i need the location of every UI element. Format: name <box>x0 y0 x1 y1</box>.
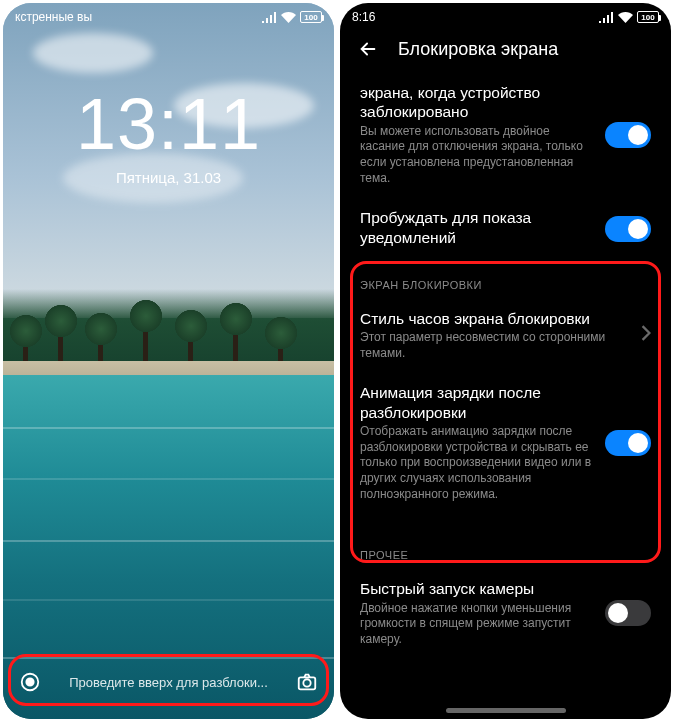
setting-quick-camera[interactable]: Быстрый запуск камеры Двойное нажатие кн… <box>340 569 671 659</box>
svg-point-1 <box>26 678 33 685</box>
section-lockscreen: ЭКРАН БЛОКИРОВКИ <box>340 261 671 299</box>
nav-pill[interactable] <box>446 708 566 713</box>
wifi-icon <box>281 12 296 23</box>
chevron-right-icon <box>641 325 651 345</box>
setting-desc: Этот параметр несовместим со сторонними … <box>360 330 629 361</box>
settings-list[interactable]: экрана, когда устройство заблокировано В… <box>340 73 671 701</box>
signal-icon <box>599 12 614 23</box>
clock-time: 13:11 <box>3 83 334 165</box>
setting-title: Стиль часов экрана блокировки <box>360 309 629 328</box>
setting-title: Быстрый запуск камеры <box>360 579 593 598</box>
phone-settings: 8:16 100 Блокировка экрана экрана, когда… <box>340 3 671 719</box>
setting-wake-for-notifications[interactable]: Пробуждать для показа уведомлений <box>340 198 671 261</box>
toggle-quick-camera[interactable] <box>605 600 651 626</box>
setting-title: Анимация зарядки после разблокировки <box>360 383 593 422</box>
carrier-text: кстренные вы <box>15 10 92 24</box>
svg-point-3 <box>303 679 310 686</box>
lockscreen-clock: 13:11 Пятница, 31.03 <box>3 83 334 186</box>
status-bar-left: кстренные вы 100 <box>3 3 334 31</box>
setting-clock-style[interactable]: Стиль часов экрана блокировки Этот парам… <box>340 299 671 374</box>
setting-title: экрана, когда устройство заблокировано <box>360 83 593 122</box>
swipe-hint: Проведите вверх для разблоки... <box>43 675 294 690</box>
setting-desc: Отображать анимацию зарядки после разбло… <box>360 424 593 502</box>
clock-date: Пятница, 31.03 <box>3 169 334 186</box>
status-bar-right: 8:16 100 <box>340 3 671 31</box>
toggle-charging-animation[interactable] <box>605 430 651 456</box>
section-other: ПРОЧЕЕ <box>340 531 671 569</box>
setting-double-tap-off[interactable]: экрана, когда устройство заблокировано В… <box>340 73 671 198</box>
battery-icon: 100 <box>300 11 322 23</box>
wifi-icon <box>618 12 633 23</box>
lockscreen-bottom-bar: Проведите вверх для разблоки... <box>17 669 320 695</box>
status-time: 8:16 <box>352 10 375 24</box>
page-title: Блокировка экрана <box>398 39 558 60</box>
gesture-nav-bar[interactable] <box>340 701 671 719</box>
phone-lockscreen: кстренные вы 100 13:11 Пятница, 31.03 Пр… <box>3 3 334 719</box>
settings-header: Блокировка экрана <box>340 33 671 71</box>
setting-desc: Двойное нажатие кнопки уменьшения громко… <box>360 601 593 648</box>
setting-title: Пробуждать для показа уведомлений <box>360 208 593 247</box>
signal-icon <box>262 12 277 23</box>
back-button[interactable] <box>356 37 380 61</box>
toggle-wake-notifications[interactable] <box>605 216 651 242</box>
toggle-double-tap-off[interactable] <box>605 122 651 148</box>
remote-icon[interactable] <box>17 669 43 695</box>
battery-icon: 100 <box>637 11 659 23</box>
setting-charging-animation[interactable]: Анимация зарядки после разблокировки Ото… <box>340 373 671 514</box>
camera-icon[interactable] <box>294 669 320 695</box>
setting-desc: Вы можете использовать двойное касание д… <box>360 124 593 186</box>
